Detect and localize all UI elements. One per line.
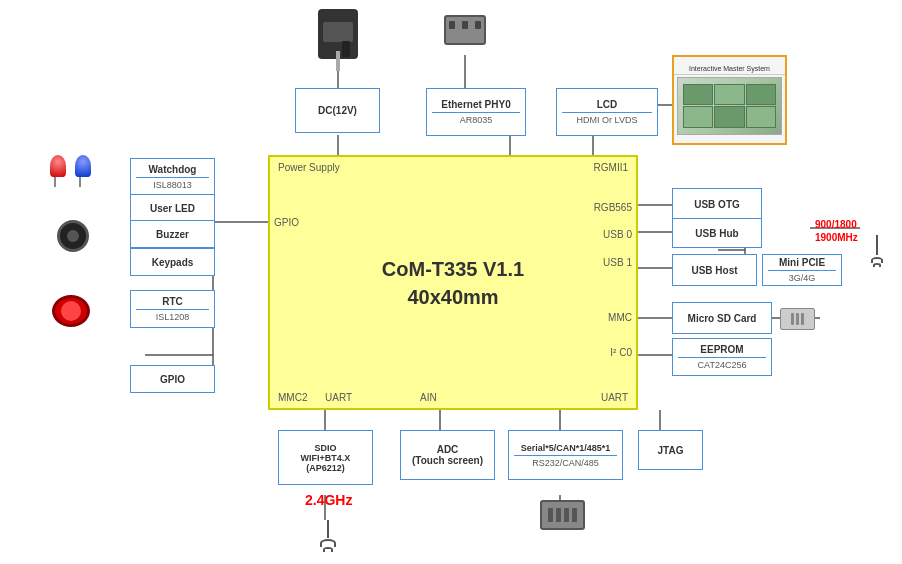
eeprom-box: EEPROM CAT24C256	[672, 338, 772, 376]
usb-hub-box: USB Hub	[672, 218, 762, 248]
buzzer-icon-display	[57, 220, 89, 252]
soc-label-ain: AIN	[420, 392, 437, 403]
lcd-box: LCD HDMI Or LVDS	[556, 88, 658, 136]
psu-icon	[310, 5, 365, 63]
user-led-box: User LED	[130, 194, 215, 222]
mini-pcie-box: Mini PCIE 3G/4G	[762, 254, 842, 286]
soc-block: CoM-T335 V1.1 40x40mm Power Supply RGMII…	[268, 155, 638, 410]
jtag-box: JTAG	[638, 430, 703, 470]
soc-label-gpio: GPIO	[274, 217, 299, 228]
button-icon-display	[52, 295, 90, 327]
usb-host-box: USB Host	[672, 254, 757, 286]
soc-label-i2c: I² C0	[610, 347, 632, 358]
soc-label-mmc: MMC	[608, 312, 632, 323]
blue-led-icon	[75, 155, 95, 185]
soc-label-power: Power Supply	[278, 162, 340, 173]
cellular-antenna-icon	[864, 235, 889, 280]
sdio-wifi-box: SDIO WIFI+BT4.X (AP6212)	[278, 430, 373, 485]
soc-label-rgb: RGB565	[594, 202, 632, 213]
wifi-freq-text: 2.4GHz	[305, 492, 352, 508]
soc-label-usb0: USB 0	[603, 229, 632, 240]
wifi-antenna-icon	[315, 520, 340, 560]
sd-card-icon	[780, 308, 815, 330]
monitor-title: Interactive Master System	[674, 63, 785, 75]
buzzer-box: Buzzer	[130, 220, 215, 248]
serial-connector-icon	[540, 500, 585, 530]
soc-title: CoM-T335 V1.1 40x40mm	[382, 255, 524, 311]
soc-label-uart-bl: UART	[325, 392, 352, 403]
ethernet-icon	[440, 5, 490, 55]
usb-otg-box: USB OTG	[672, 188, 762, 220]
cellular-freq: 900/1800 1900MHz	[815, 218, 858, 244]
serial-can-box: Serial*5/CAN*1/485*1 RS232/CAN/485	[508, 430, 623, 480]
soc-label-mmc2: MMC2	[278, 392, 307, 403]
soc-label-uart-br: UART	[601, 392, 628, 403]
gpio-box: GPIO	[130, 365, 215, 393]
diagram-container: DC(12V) Ethernet PHY0 AR8035 LCD HDMI Or…	[0, 0, 902, 564]
micro-sd-box: Micro SD Card	[672, 302, 772, 334]
soc-label-usb1: USB 1	[603, 257, 632, 268]
ethernet-phy0-box: Ethernet PHY0 AR8035	[426, 88, 526, 136]
keypads-box: Keypads	[130, 248, 215, 276]
soc-label-rgmii: RGMII1	[594, 162, 628, 173]
adc-box: ADC (Touch screen)	[400, 430, 495, 480]
red-led-icon	[50, 155, 70, 185]
rtc-box: RTC ISL1208	[130, 290, 215, 328]
watchdog-box: Watchdog ISL88013	[130, 158, 215, 196]
monitor-display: Interactive Master System	[672, 55, 787, 145]
dc12v-box: DC(12V)	[295, 88, 380, 133]
